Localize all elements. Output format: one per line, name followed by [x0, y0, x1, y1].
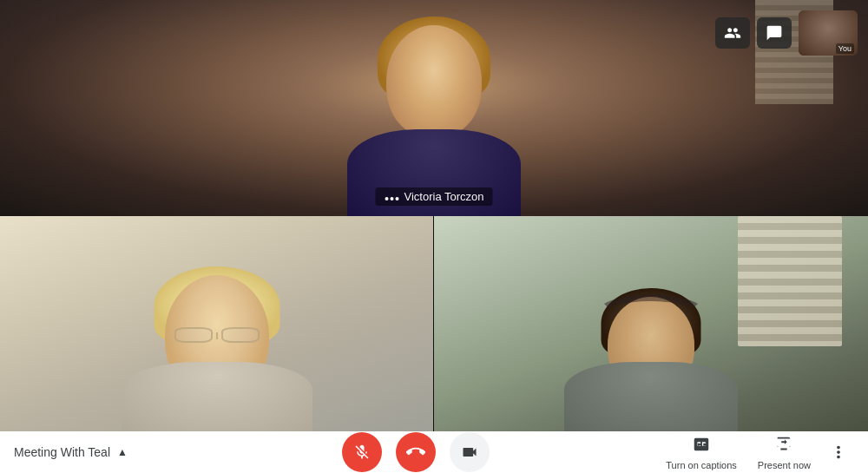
present-button[interactable]: Present now	[749, 431, 819, 474]
present-icon	[774, 435, 793, 458]
chat-button[interactable]	[757, 17, 792, 49]
participant-name-top: Victoria Torczon	[375, 187, 492, 206]
people-button[interactable]: 4	[715, 17, 750, 49]
meeting-title-area: Meeting With Teal ▲	[0, 444, 174, 460]
video-top: Victoria Torczon 4 You	[0, 0, 868, 216]
captions-button[interactable]: Turn on captions	[657, 431, 746, 474]
mic-button[interactable]	[342, 432, 382, 472]
video-bottom-left	[0, 216, 434, 432]
video-bottom-right	[434, 216, 868, 432]
captions-label: Turn on captions	[666, 460, 737, 470]
bottom-bar: Meeting With Teal ▲	[0, 431, 868, 473]
top-right-controls: 4 You	[715, 10, 858, 56]
end-call-button[interactable]	[396, 432, 436, 472]
bottom-controls-center	[174, 432, 657, 472]
meeting-title-chevron[interactable]: ▲	[115, 444, 129, 460]
camera-button[interactable]	[450, 432, 490, 472]
present-label: Present now	[758, 460, 811, 470]
bottom-controls-right: Turn on captions Present now	[657, 431, 868, 474]
captions-icon	[692, 435, 711, 458]
self-view: You	[799, 10, 858, 56]
video-grid: Victoria Torczon 4 You	[0, 0, 868, 431]
more-options-button[interactable]	[823, 437, 854, 468]
meeting-title: Meeting With Teal	[14, 445, 110, 459]
